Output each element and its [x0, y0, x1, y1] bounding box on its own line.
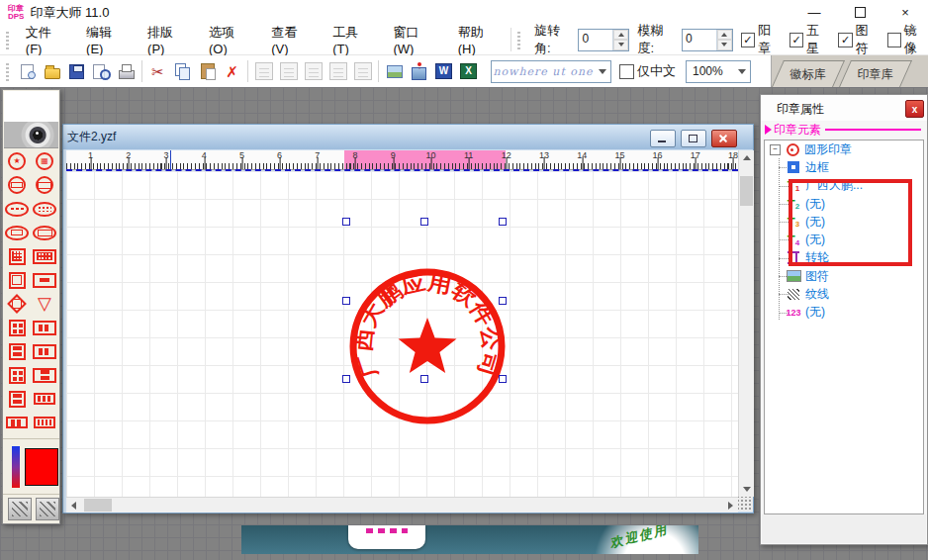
open-file-button[interactable]: [40, 59, 64, 84]
tree-item-text-3[interactable]: T3(无): [765, 213, 923, 231]
spin-up-icon[interactable]: [613, 30, 628, 41]
mirror-checkbox[interactable]: 镜像: [887, 22, 928, 57]
print-button[interactable]: [114, 59, 139, 84]
export-excel-button[interactable]: X: [456, 59, 481, 84]
chevron-down-icon[interactable]: [595, 61, 610, 82]
diamond-button[interactable]: [3, 292, 31, 316]
selection-handle[interactable]: [420, 375, 428, 383]
resize-grip[interactable]: [738, 497, 753, 512]
square-cells-button[interactable]: [3, 363, 31, 387]
scroll-down-icon[interactable]: [739, 482, 754, 497]
scroll-up-icon[interactable]: [739, 150, 754, 165]
horizontal-scroll-thumb[interactable]: [84, 499, 112, 512]
rect-grid-button[interactable]: [31, 244, 58, 268]
insert-image-button[interactable]: [382, 59, 407, 84]
font-combobox[interactable]: nowhere ut one: [491, 60, 611, 83]
spin-up-icon[interactable]: [717, 30, 732, 41]
tree-item-text-1[interactable]: T1广西大鹏...: [765, 177, 923, 195]
scroll-left-icon[interactable]: [66, 498, 81, 513]
square-halves-button[interactable]: [3, 339, 31, 363]
save-file-button[interactable]: [64, 59, 89, 84]
horizontal-scrollbar[interactable]: [66, 497, 738, 513]
selection-handle[interactable]: [342, 375, 350, 383]
doc-close-button[interactable]: [711, 130, 737, 147]
delete-button[interactable]: ✗: [220, 59, 244, 84]
square-quad-button[interactable]: [3, 316, 31, 339]
ellipse-wide-bar-button[interactable]: [31, 221, 58, 244]
circle-bar-button[interactable]: [3, 173, 31, 197]
scroll-right-icon[interactable]: [723, 498, 738, 513]
spin-down-icon[interactable]: [717, 40, 732, 50]
toolbar-grip[interactable]: [6, 61, 9, 81]
ellipse-bar-button[interactable]: [3, 221, 31, 244]
yang-seal-checkbox[interactable]: 阳章: [741, 22, 782, 57]
symbol-checkbox[interactable]: 图符: [838, 22, 879, 57]
print-preview-button[interactable]: [89, 59, 114, 84]
rect-two-bars-button[interactable]: [31, 339, 58, 363]
vertical-scroll-thumb[interactable]: [740, 176, 753, 206]
paste-button[interactable]: [195, 59, 220, 84]
checkbox-icon[interactable]: [838, 33, 852, 47]
five-star-checkbox[interactable]: 五星: [789, 22, 830, 57]
tab-徽标库[interactable]: 徽标库: [772, 60, 845, 87]
only-chinese-checkbox[interactable]: 仅中文: [619, 62, 676, 80]
collapse-icon[interactable]: −: [770, 144, 781, 155]
tree-item-text-2[interactable]: T2(无): [765, 195, 923, 213]
square-grid-button[interactable]: [3, 244, 31, 268]
zoom-combobox[interactable]: 100%: [686, 60, 751, 83]
rect-rows-button[interactable]: [31, 363, 58, 387]
spin-down-icon[interactable]: [613, 40, 628, 50]
rect-four-bars-button[interactable]: [31, 411, 58, 434]
export-word-button[interactable]: W: [431, 59, 456, 84]
square-rows-button[interactable]: [3, 387, 31, 411]
ellipse-dash-button[interactable]: [3, 197, 31, 221]
selection-handle[interactable]: [499, 375, 507, 383]
tree-item-rotor[interactable]: 转轮: [765, 249, 923, 267]
panel-close-button[interactable]: x: [905, 100, 924, 118]
triangle-button[interactable]: ▽: [31, 292, 58, 316]
tree-item-border[interactable]: 边框: [765, 158, 923, 176]
selection-handle[interactable]: [499, 218, 507, 226]
doc-restore-button[interactable]: [681, 130, 706, 147]
tree-item-text-4[interactable]: T4(无): [765, 231, 923, 248]
rotation-spinner[interactable]: 0: [578, 29, 629, 51]
tree-item-round-seal[interactable]: −圆形印章: [765, 140, 923, 158]
rotation-value[interactable]: 0: [579, 30, 612, 50]
image-tool-icon[interactable]: [36, 498, 59, 520]
checkbox-icon[interactable]: [789, 33, 803, 47]
checkbox-icon[interactable]: [619, 64, 634, 79]
current-color-swatch[interactable]: [25, 448, 58, 486]
selection-handle[interactable]: [342, 297, 350, 305]
chevron-down-icon[interactable]: [734, 61, 750, 82]
new-document-button[interactable]: [15, 59, 40, 84]
ellipse-dots-button[interactable]: [31, 197, 58, 221]
optionbar-grip[interactable]: [517, 30, 520, 49]
rect-three-cells-button[interactable]: [31, 387, 58, 411]
cut-button[interactable]: ✂: [145, 59, 170, 84]
menubar-grip[interactable]: [6, 30, 9, 49]
blur-value[interactable]: 0: [683, 30, 716, 50]
rect-two-cells-button[interactable]: [3, 411, 31, 434]
checkbox-icon[interactable]: [887, 33, 901, 47]
selection-handle[interactable]: [499, 297, 507, 305]
tree-item-texture-lines[interactable]: 纹线: [765, 285, 923, 303]
canvas[interactable]: 广西大鹏应用软件公司: [66, 171, 738, 497]
circle-wide-bar-button[interactable]: [31, 173, 58, 197]
selection-handle[interactable]: [420, 218, 428, 226]
seal-graphic[interactable]: 广西大鹏应用软件公司: [344, 263, 510, 429]
rect-bar-button[interactable]: [31, 268, 58, 292]
template-tool-icon[interactable]: [8, 498, 32, 520]
checkbox-icon[interactable]: [741, 33, 755, 47]
blur-spinner[interactable]: 0: [682, 29, 733, 51]
doc-minimize-button[interactable]: [650, 130, 676, 147]
insert-pin-button[interactable]: [407, 59, 431, 84]
selection-handle[interactable]: [342, 218, 350, 226]
square-inner-button[interactable]: [3, 268, 31, 292]
tab-印章库[interactable]: 印章库: [839, 60, 912, 87]
vertical-scrollbar[interactable]: [738, 150, 754, 497]
gradient-color-bar[interactable]: [12, 446, 20, 488]
document-titlebar[interactable]: 文件2.yzf: [63, 125, 753, 149]
circle-block-button[interactable]: ▦: [31, 149, 58, 173]
rect-cols-button[interactable]: [31, 316, 58, 339]
circle-star-button[interactable]: ★: [3, 149, 31, 173]
